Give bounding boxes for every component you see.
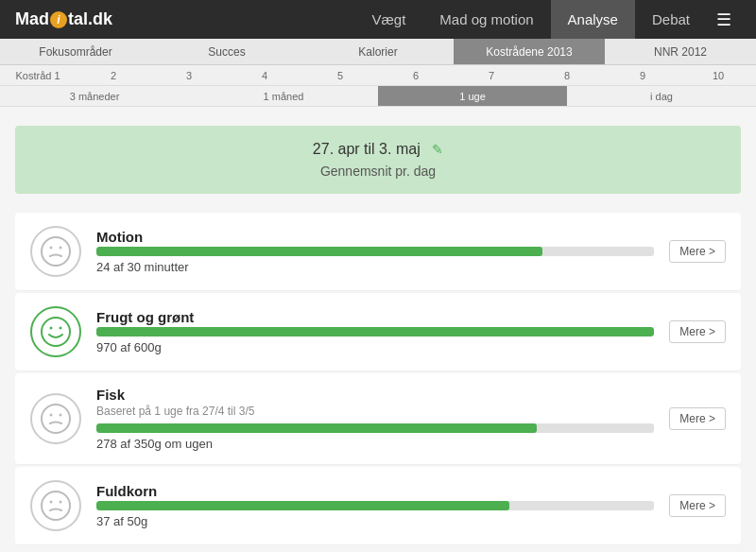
subnav1-fokusomraader[interactable]: Fokusområder [0,45,151,59]
metric-value-motion: 24 af 30 minutter [96,260,654,274]
nav-item-debat[interactable]: Debat [635,0,707,39]
avatar-frugt-groent [30,306,81,357]
metric-card-motion: Motion 24 af 30 minutter Mere > [15,213,741,291]
metric-content-motion: Motion 24 af 30 minutter [96,229,654,274]
metric-card-fuldkorn: Fuldkorn 37 af 50g Mere > [15,467,741,545]
subnav3-3maaneder[interactable]: 3 måneder [0,91,189,102]
progress-bg-fuldkorn [96,501,654,510]
metric-title-frugt-groent: Frugt og grønt [96,309,654,325]
logo[interactable]: Madital.dk [15,9,112,29]
logo-i: i [50,11,67,28]
more-button-frugt-groent[interactable]: Mere > [669,320,726,343]
subnav-categories: Fokusområder Succes Kalorier Kostrådene … [0,39,756,65]
subnav2-item-2[interactable]: 2 [76,70,151,81]
subnav-timerange: 3 måneder 1 måned 1 uge i dag [0,86,756,107]
subnav3-idag[interactable]: i dag [567,91,756,102]
metric-value-fisk: 278 af 350g om ugen [96,437,654,451]
metric-value-frugt-groent: 970 af 600g [96,340,654,354]
svg-point-0 [42,237,70,266]
subnav3-1maaned[interactable]: 1 måned [189,91,378,102]
svg-point-11 [60,501,62,504]
metric-card-frugt-groent: Frugt og grønt 970 af 600g Mere > [15,293,741,371]
progress-bg-frugt-groent [96,327,654,336]
metric-content-fuldkorn: Fuldkorn 37 af 50g [96,483,654,528]
svg-point-6 [42,405,70,433]
metric-content-frugt-groent: Frugt og grønt 970 af 600g [96,309,654,354]
svg-point-7 [50,414,53,417]
subnav3-1uge[interactable]: 1 uge [378,86,567,106]
subnav1-kalorier[interactable]: Kalorier [302,45,454,59]
metric-sub-fisk: Baseret på 1 uge fra 27/4 til 3/5 [96,405,654,418]
svg-point-3 [42,318,70,346]
nav-item-vaegt[interactable]: Vægt [355,0,423,39]
progress-fill-frugt-groent [96,327,654,336]
subnav1-nnr[interactable]: NNR 2012 [605,45,756,59]
svg-point-1 [50,247,53,250]
svg-point-9 [42,492,70,520]
subnav2-item-7[interactable]: 7 [454,70,529,81]
more-button-fuldkorn[interactable]: Mere > [669,494,726,517]
main-content: 27. apr til 3. maj ✎ Gennemsnit pr. dag … [0,107,756,552]
logo-prefix: Mad [15,9,49,29]
subnav2-item-6[interactable]: 6 [378,70,454,81]
progress-fill-fisk [96,423,537,433]
more-button-motion[interactable]: Mere > [669,240,726,263]
metric-content-fisk: Fisk Baseret på 1 uge fra 27/4 til 3/5 2… [96,387,654,451]
avatar-fuldkorn [30,480,81,531]
edit-date-icon[interactable]: ✎ [432,142,443,157]
progress-bg-motion [96,247,654,256]
metric-value-fuldkorn: 37 af 50g [96,514,654,528]
subnav-numbers: Kostråd 1 2 3 4 5 6 7 8 9 10 [0,65,756,86]
date-banner: 27. apr til 3. maj ✎ Gennemsnit pr. dag [15,126,741,194]
header: Madital.dk Vægt Mad og motion Analyse De… [0,0,756,39]
date-range: 27. apr til 3. maj ✎ [30,141,726,158]
more-button-fisk[interactable]: Mere > [669,407,726,430]
logo-suffix: tal.dk [68,9,112,29]
svg-point-5 [60,327,62,330]
subnav2-item-9[interactable]: 9 [605,70,680,81]
metric-card-fisk: Fisk Baseret på 1 uge fra 27/4 til 3/5 2… [15,373,741,465]
progress-bg-fisk [96,423,654,433]
main-nav: Vægt Mad og motion Analyse Debat [355,0,708,39]
svg-point-2 [60,247,62,250]
nav-item-mad-og-motion[interactable]: Mad og motion [422,0,550,39]
progress-fill-fuldkorn [96,501,509,510]
svg-point-4 [50,327,53,330]
svg-point-10 [50,501,53,504]
avatar-motion [30,226,81,277]
metrics-list: Motion 24 af 30 minutter Mere > Frugt og… [15,213,741,545]
hamburger-menu[interactable]: ☰ [707,9,741,30]
subnav2-item-8[interactable]: 8 [529,70,605,81]
metric-title-fisk: Fisk [96,387,654,403]
avatar-fisk [30,393,81,444]
progress-fill-motion [96,247,542,256]
date-subtitle: Gennemsnit pr. dag [30,164,726,179]
subnav1-succes[interactable]: Succes [151,45,302,59]
metric-title-motion: Motion [96,229,654,245]
nav-item-analyse[interactable]: Analyse [551,0,635,39]
subnav2-item-10[interactable]: 10 [680,70,756,81]
subnav2-item-1[interactable]: Kostråd 1 [0,70,76,81]
svg-point-8 [60,414,62,417]
subnav2-item-4[interactable]: 4 [227,70,302,81]
metric-title-fuldkorn: Fuldkorn [96,483,654,499]
subnav2-item-5[interactable]: 5 [302,70,378,81]
subnav2-item-3[interactable]: 3 [151,70,227,81]
subnav1-kostradene[interactable]: Kostrådene 2013 [454,39,605,64]
